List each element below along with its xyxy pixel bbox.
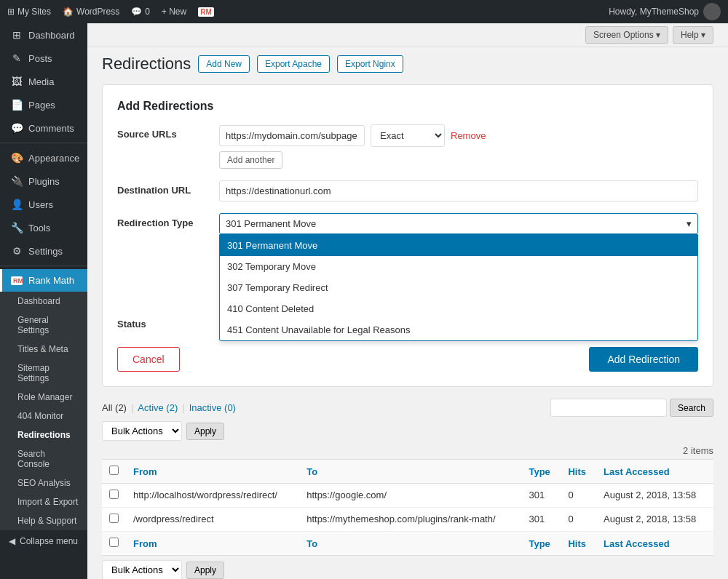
sidebar-label-posts: Posts (28, 53, 52, 64)
filter-all[interactable]: All (2) (102, 402, 127, 413)
row1-check (102, 484, 126, 508)
sidebar-label-pages: Pages (28, 100, 55, 111)
remove-source-link[interactable]: Remove (451, 130, 486, 141)
adminbar-sites[interactable]: ⊞ My Sites (7, 7, 51, 17)
user-avatar (703, 3, 721, 20)
type-option-451[interactable]: 451 Content Unavailable for Legal Reason… (220, 319, 697, 340)
screen-options-btn[interactable]: Screen Options ▾ (585, 26, 668, 44)
collapse-menu-btn[interactable]: ◀ Collapse menu (0, 530, 87, 552)
submenu-help[interactable]: Help & Support (0, 511, 87, 530)
sidebar-item-tools[interactable]: 🔧 Tools (0, 216, 87, 239)
add-another-btn[interactable]: Add another (219, 151, 282, 169)
collapse-label: Collapse menu (20, 536, 78, 546)
adminbar-wordpress[interactable]: 🏠 WordPress (63, 7, 119, 17)
page-title-row: Redirections Add New Export Apache Expor… (102, 55, 713, 73)
th-check (102, 460, 126, 484)
sidebar-item-pages[interactable]: 📄 Pages (0, 93, 87, 116)
add-redirections-box: Add Redirections Source URLs Exact Conta… (102, 84, 713, 387)
cancel-btn[interactable]: Cancel (117, 347, 180, 372)
top-bulk-actions-select[interactable]: Bulk Actions (102, 421, 182, 441)
sidebar-label-rankmath: Rank Math (28, 275, 74, 286)
add-redirection-btn[interactable]: Add Redirection (589, 347, 698, 372)
adminbar-user: Howdy, MyThemeShop (609, 3, 721, 20)
page-title: Redirections (102, 55, 191, 73)
select-all-bottom-checkbox[interactable] (109, 538, 119, 547)
row2-last-accessed: August 2, 2018, 13:58 (596, 508, 713, 532)
rankmath-icon: RM (11, 276, 23, 285)
adminbar-new-label: + New (162, 7, 186, 17)
collapse-icon: ◀ (9, 536, 15, 546)
sidebar-label-users: Users (28, 199, 53, 210)
search-input[interactable] (550, 399, 667, 417)
sidebar-item-settings[interactable]: ⚙ Settings (0, 239, 87, 263)
submenu-404[interactable]: 404 Monitor (0, 407, 87, 426)
top-apply-btn[interactable]: Apply (186, 423, 224, 440)
sidebar-item-posts[interactable]: ✎ Posts (0, 47, 87, 70)
type-option-302[interactable]: 302 Temporary Move (220, 256, 697, 277)
row2-checkbox[interactable] (109, 514, 119, 523)
submenu-dashboard[interactable]: Dashboard (0, 292, 87, 311)
table-row: /wordpress/redirect https://mythemeshop.… (102, 508, 713, 532)
status-label: Status (117, 314, 219, 330)
bottom-bulk-actions-select[interactable]: Bulk Actions (102, 560, 182, 579)
tf-hits[interactable]: Hits (561, 532, 596, 556)
destination-url-input[interactable] (219, 180, 698, 201)
submenu-import[interactable]: Import & Export (0, 492, 87, 511)
submenu-seo[interactable]: SEO Analysis (0, 474, 87, 492)
filter-inactive[interactable]: Inactive (0) (189, 402, 236, 413)
adminbar-new[interactable]: + New (162, 7, 186, 17)
bottom-apply-btn[interactable]: Apply (186, 562, 224, 579)
sidebar-label-settings: Settings (28, 246, 63, 257)
sidebar-item-appearance[interactable]: 🎨 Appearance (0, 146, 87, 169)
help-btn[interactable]: Help ▾ (673, 26, 713, 44)
adminbar-logo[interactable]: RM (198, 7, 214, 17)
redirection-type-row: Redirection Type 301 Permanent Move ▾ 30… (117, 213, 698, 234)
add-new-btn[interactable]: Add New (198, 55, 250, 73)
home-icon: 🏠 (63, 7, 74, 17)
sidebar-item-users[interactable]: 👤 Users (0, 193, 87, 216)
th-last-accessed[interactable]: Last Accessed (596, 460, 713, 484)
submenu-titles[interactable]: Titles & Meta (0, 340, 87, 359)
tf-from[interactable]: From (126, 532, 299, 556)
export-nginx-btn[interactable]: Export Nginx (337, 55, 403, 73)
th-hits[interactable]: Hits (561, 460, 596, 484)
submenu-redirections[interactable]: Redirections (0, 426, 87, 444)
source-url-input[interactable] (219, 125, 365, 146)
redirections-table-section: All (2) | Active (2) | Inactive (0) Sear… (102, 399, 713, 579)
destination-row: Destination URL (117, 180, 698, 201)
row1-from: http://localhost/wordpress/redirect/ (126, 484, 299, 508)
sidebar-label-tools: Tools (28, 223, 50, 233)
tf-last-accessed[interactable]: Last Accessed (596, 532, 713, 556)
row1-to: https://google.com/ (299, 484, 521, 508)
submenu-general[interactable]: General Settings (0, 311, 87, 340)
type-option-410[interactable]: 410 Content Deleted (220, 298, 697, 319)
th-from[interactable]: From (126, 460, 299, 484)
tf-type[interactable]: Type (521, 532, 561, 556)
th-type[interactable]: Type (521, 460, 561, 484)
type-option-301[interactable]: 301 Permanent Move (220, 235, 697, 256)
redirection-type-dropdown[interactable]: 301 Permanent Move ▾ (219, 213, 698, 234)
sidebar-item-plugins[interactable]: 🔌 Plugins (0, 169, 87, 193)
sidebar-item-rankmath[interactable]: RM Rank Math (0, 269, 87, 292)
comments-icon: 💬 (11, 122, 23, 134)
tf-to[interactable]: To (299, 532, 521, 556)
posts-icon: ✎ (11, 52, 23, 64)
search-btn[interactable]: Search (670, 399, 713, 417)
th-to[interactable]: To (299, 460, 521, 484)
adminbar-comments[interactable]: 💬 0 (131, 7, 150, 17)
settings-icon: ⚙ (11, 245, 23, 257)
sidebar-item-dashboard[interactable]: ⊞ Dashboard (0, 23, 87, 47)
export-apache-btn[interactable]: Export Apache (257, 55, 330, 73)
sidebar-item-media[interactable]: 🖼 Media (0, 70, 87, 93)
exact-select[interactable]: Exact Contains Starts With Ends With Reg… (371, 124, 445, 147)
select-all-checkbox[interactable] (109, 466, 119, 475)
type-option-307[interactable]: 307 Temporary Redirect (220, 277, 697, 298)
submenu-sitemap[interactable]: Sitemap Settings (0, 359, 87, 388)
row1-checkbox[interactable] (109, 490, 119, 499)
submenu-role[interactable]: Role Manager (0, 388, 87, 407)
menu-separator-1 (0, 143, 87, 143)
sidebar-item-comments[interactable]: 💬 Comments (0, 116, 87, 140)
filter-active[interactable]: Active (2) (138, 402, 178, 413)
submenu-search-console[interactable]: Search Console (0, 444, 87, 474)
appearance-icon: 🎨 (11, 152, 23, 164)
